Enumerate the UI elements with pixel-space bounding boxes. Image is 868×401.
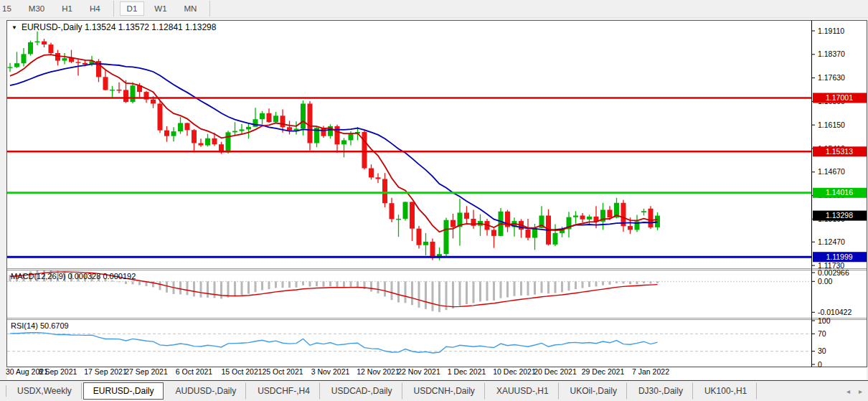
- chart-tabbar: USDX,Weekly EURUSD-,Daily AUDUSD-,Daily …: [0, 380, 868, 401]
- svg-text:30: 30: [818, 346, 826, 355]
- toolbar-separator: [209, 1, 210, 16]
- svg-text:1.14016: 1.14016: [826, 188, 853, 197]
- tabbar-separator: [6, 385, 6, 397]
- svg-text:15 Oct 2021: 15 Oct 2021: [221, 367, 262, 376]
- timeframe-button-h4[interactable]: H4: [82, 1, 108, 16]
- tab-usdcad-daily[interactable]: USDCAD-,Daily: [321, 382, 402, 400]
- svg-text:70: 70: [818, 329, 826, 338]
- timeframe-button-w1[interactable]: W1: [147, 1, 174, 16]
- tab-scroll-right-icon[interactable]: ▸: [859, 387, 862, 395]
- macd-label: MACD(12,26,9) 0.000328 0.000192: [11, 272, 136, 280]
- svg-text:1.17630: 1.17630: [818, 73, 845, 82]
- symbol-dropdown-icon[interactable]: ▼: [11, 24, 17, 31]
- chart-canvas[interactable]: 1.191101.183701.176301.168901.161501.154…: [0, 19, 868, 380]
- timeframe-button-d1[interactable]: D1: [120, 1, 145, 16]
- svg-text:8 Sep 2021: 8 Sep 2021: [39, 367, 77, 376]
- svg-text:1.16150: 1.16150: [818, 121, 845, 129]
- tab-xauusd-h1[interactable]: XAUUSD-,H1: [486, 382, 559, 400]
- svg-text:1.14670: 1.14670: [818, 167, 845, 176]
- tab-scroll-arrows: ◂ ▸: [846, 387, 862, 395]
- timeframe-button-mn[interactable]: MN: [177, 1, 204, 16]
- mt4-window: 15 M30 H1 H4 D1 W1 MN 1.191101.183701.17…: [0, 0, 868, 401]
- tab-scroll-left-icon[interactable]: ◂: [846, 387, 850, 395]
- tab-dj30-daily[interactable]: DJ30-,Daily: [628, 382, 693, 400]
- svg-text:27 Sep 2021: 27 Sep 2021: [125, 367, 168, 376]
- svg-text:100: 100: [818, 316, 831, 325]
- tab-audusd-daily[interactable]: AUDUSD-,Daily: [165, 382, 246, 400]
- svg-text:0.00: 0.00: [818, 277, 833, 286]
- rsi-label: RSI(14) 50.6709: [11, 321, 69, 330]
- svg-text:22 Nov 2021: 22 Nov 2021: [397, 367, 440, 376]
- svg-text:12 Nov 2021: 12 Nov 2021: [357, 367, 400, 376]
- svg-text:1.18370: 1.18370: [818, 49, 845, 58]
- svg-text:6 Oct 2021: 6 Oct 2021: [176, 367, 213, 376]
- svg-text:1.13298: 1.13298: [826, 211, 853, 220]
- svg-text:25 Oct 2021: 25 Oct 2021: [262, 367, 303, 376]
- svg-text:7 Jan 2022: 7 Jan 2022: [632, 367, 669, 376]
- svg-text:1 Dec 2021: 1 Dec 2021: [448, 367, 486, 376]
- timeframe-toolbar: 15 M30 H1 H4 D1 W1 MN: [0, 0, 868, 18]
- tab-eurusd-daily[interactable]: EURUSD-,Daily: [83, 382, 164, 400]
- svg-text:1.15313: 1.15313: [826, 147, 853, 156]
- svg-text:29 Dec 2021: 29 Dec 2021: [582, 367, 625, 376]
- timeframe-button-h1[interactable]: H1: [55, 1, 80, 16]
- svg-text:1.12470: 1.12470: [818, 237, 845, 246]
- tab-uk100-h1[interactable]: UK100-,H1: [694, 382, 757, 400]
- svg-text:17 Sep 2021: 17 Sep 2021: [84, 367, 127, 376]
- chart-title-text: EURUSD-,Daily 1.13524 1.13572 1.12841 1.…: [22, 22, 217, 32]
- svg-text:20 Dec 2021: 20 Dec 2021: [534, 367, 577, 376]
- tab-usdx-weekly[interactable]: USDX,Weekly: [7, 382, 82, 400]
- tab-usdchf-h4[interactable]: USDCHF-,H4: [247, 382, 320, 400]
- timeframe-button-m15[interactable]: 15: [0, 1, 19, 16]
- chart-title: ▼EURUSD-,Daily 1.13524 1.13572 1.12841 1…: [11, 22, 216, 32]
- svg-text:1.19110: 1.19110: [818, 27, 844, 35]
- tab-ukoil-daily[interactable]: UKOil-,Daily: [560, 382, 627, 400]
- svg-text:1.17001: 1.17001: [826, 93, 853, 102]
- chart-area: 1.191101.183701.176301.168901.161501.154…: [0, 19, 868, 380]
- svg-text:0: 0: [818, 360, 822, 369]
- svg-text:3 Nov 2021: 3 Nov 2021: [311, 367, 350, 376]
- tab-usdcnh-daily[interactable]: USDCNH-,Daily: [404, 382, 485, 400]
- timeframe-button-m30[interactable]: M30: [22, 1, 52, 16]
- svg-text:0.002966: 0.002966: [818, 268, 849, 277]
- svg-text:-0.010422: -0.010422: [818, 308, 852, 316]
- svg-text:1.11999: 1.11999: [826, 253, 852, 261]
- svg-text:10 Dec 2021: 10 Dec 2021: [493, 367, 536, 376]
- toolbar-separator: [113, 1, 114, 16]
